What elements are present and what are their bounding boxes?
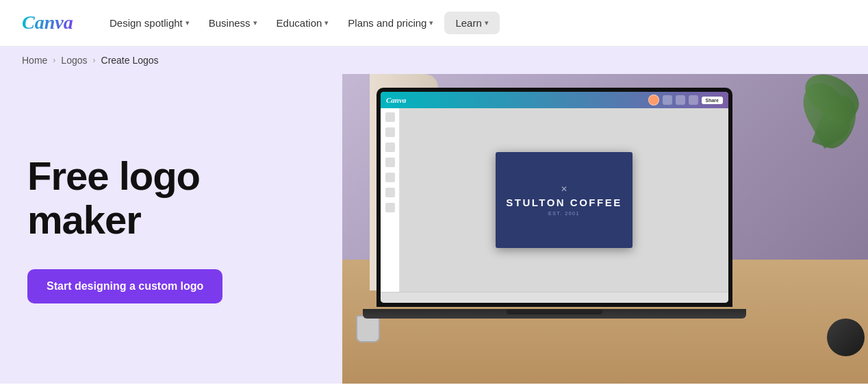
sidebar-icon-2	[385, 127, 395, 137]
breadcrumb-separator-2: ›	[93, 55, 96, 65]
sidebar-icon-1	[385, 112, 395, 122]
canva-app-logo: Canva	[386, 96, 406, 104]
nav-education[interactable]: Education ▾	[268, 12, 337, 34]
canva-header-icons: Share	[648, 95, 723, 105]
laptop-screen-inner: Canva Share	[381, 92, 728, 303]
svg-text:Canva: Canva	[22, 12, 73, 33]
canva-app-sidebar	[381, 108, 400, 292]
nav-business[interactable]: Business ▾	[201, 12, 266, 34]
hero-right: Canva Share	[342, 74, 868, 384]
sidebar-icon-3	[385, 142, 395, 152]
canva-share-button[interactable]: Share	[702, 97, 723, 104]
scene-plant	[800, 74, 861, 218]
breadcrumb-current: Create Logos	[101, 55, 159, 66]
chevron-down-icon: ▾	[186, 18, 190, 27]
canva-app-mockup: Canva Share	[381, 92, 728, 303]
canva-header-icon-3	[689, 95, 698, 105]
design-tagline: EST. 2001	[548, 211, 580, 216]
laptop-mockup: Canva Share	[363, 88, 746, 341]
breadcrumb: Home › Logos › Create Logos	[0, 47, 868, 74]
sidebar-icon-7	[385, 203, 395, 212]
laptop-trackpad	[507, 309, 602, 314]
chevron-down-icon: ▾	[253, 18, 257, 27]
sidebar-icon-6	[385, 188, 395, 197]
breadcrumb-logos[interactable]: Logos	[61, 55, 87, 66]
breadcrumb-separator-1: ›	[53, 55, 55, 65]
canva-logo[interactable]: Canva	[22, 11, 77, 36]
nav-design-spotlight[interactable]: Design spotlight ▾	[101, 12, 198, 34]
canva-user-avatar	[648, 95, 659, 105]
design-brand-name: STULTON COFFEE	[506, 197, 622, 208]
cta-button[interactable]: Start designing a custom logo	[27, 269, 222, 303]
chevron-down-icon: ▾	[324, 18, 329, 27]
nav-learn[interactable]: Learn ▾	[444, 12, 499, 34]
breadcrumb-home[interactable]: Home	[22, 55, 47, 66]
canva-canvas: ✕ STULTON COFFEE EST. 2001	[400, 108, 728, 292]
canva-header-icon-1	[663, 95, 672, 105]
nav-plans-pricing[interactable]: Plans and pricing ▾	[340, 12, 442, 34]
laptop-screen: Canva Share	[376, 88, 732, 307]
canva-app-header: Canva Share	[381, 92, 728, 108]
nav-links: Design spotlight ▾ Business ▾ Education …	[101, 12, 846, 34]
design-cross-icon: ✕	[561, 184, 567, 194]
scene-object	[827, 319, 865, 356]
canva-design-card: ✕ STULTON COFFEE EST. 2001	[496, 152, 633, 248]
sidebar-icon-5	[385, 173, 395, 182]
canva-app-body: ✕ STULTON COFFEE EST. 2001	[381, 108, 728, 292]
canva-header-icon-2	[676, 95, 685, 105]
chevron-down-icon: ▾	[429, 18, 433, 27]
hero-section: Free logo maker Start designing a custom…	[0, 74, 868, 384]
hero-title: Free logo maker	[27, 154, 301, 242]
laptop-keyboard	[363, 309, 746, 319]
sidebar-icon-4	[385, 158, 395, 167]
chevron-down-icon: ▾	[485, 18, 489, 27]
canva-bottom-bar	[381, 292, 728, 303]
hero-left: Free logo maker Start designing a custom…	[0, 74, 342, 384]
navbar: Canva Design spotlight ▾ Business ▾ Educ…	[0, 0, 868, 47]
